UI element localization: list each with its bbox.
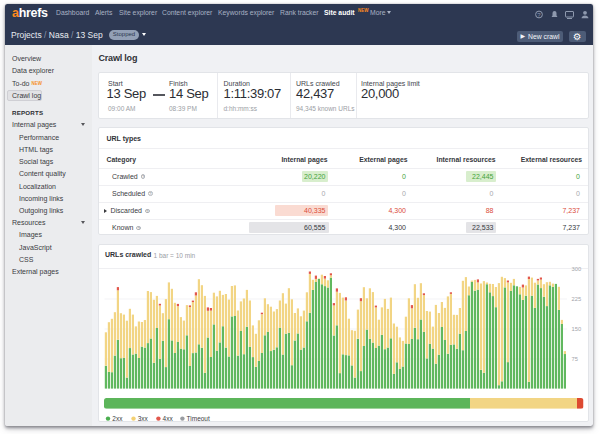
svg-text:2xx: 2xx (112, 415, 123, 421)
svg-text:3xx: 3xx (137, 415, 148, 421)
svg-text:75: 75 (571, 356, 577, 362)
svg-text:150: 150 (571, 326, 581, 332)
svg-text:4xx: 4xx (162, 415, 173, 421)
svg-text:?: ? (537, 11, 541, 17)
svg-text:300: 300 (571, 266, 581, 272)
svg-text:Timeout: Timeout (186, 415, 209, 421)
svg-text:225: 225 (571, 296, 581, 302)
